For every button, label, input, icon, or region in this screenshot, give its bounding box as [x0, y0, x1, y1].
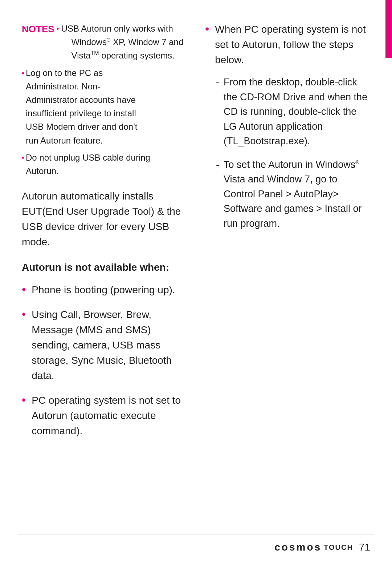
notes-item-3-row: • Do not unplug USB cable during Autorun… — [22, 151, 187, 178]
dash-char-2: - — [216, 157, 219, 231]
right-column: • When PC operating system is not set to… — [205, 22, 370, 524]
dash-item-2-text: To set the Autorun in Windows® Vista and… — [224, 157, 370, 231]
right-bullet-dot-main: • — [205, 23, 209, 35]
sidebar-accent — [385, 0, 392, 58]
right-bullet-list: • When PC operating system is not set to… — [205, 22, 370, 68]
footer: cosmos TOUCH 71 — [274, 541, 370, 553]
list-item-2-text: Using Call, Browser, Brew, Message (MMS … — [32, 307, 187, 383]
notes-item-2-text: Log on to the PC as Administrator. Non- … — [26, 66, 137, 147]
bullet-dot-2: • — [22, 308, 26, 321]
main-content: NOTES • USB Autorun only works with Wind… — [22, 22, 370, 524]
dash-item-1: - From the desktop, double-click the CD-… — [216, 75, 370, 149]
page-container: NOTES • USB Autorun only works with Wind… — [0, 0, 392, 564]
left-column: NOTES • USB Autorun only works with Wind… — [22, 22, 187, 524]
notes-section: NOTES • USB Autorun only works with Wind… — [22, 22, 187, 178]
dash-item-2: - To set the Autorun in Windows® Vista a… — [216, 157, 370, 231]
bullet-dot-3: • — [22, 394, 26, 406]
notes-item-1-main: USB Autorun only works with — [61, 24, 173, 33]
footer-page-number: 71 — [359, 541, 370, 553]
notes-text: NOTES • USB Autorun only works with Wind… — [22, 22, 187, 178]
bullet-list: • Phone is booting (powering up). • Usin… — [22, 282, 187, 439]
list-item: • Phone is booting (powering up). — [22, 282, 187, 298]
list-item-1-text: Phone is booting (powering up). — [32, 282, 175, 298]
bottom-line — [18, 535, 374, 535]
body-text: Autorun automatically installs EUT(End U… — [22, 189, 187, 250]
notes-label: NOTES — [22, 22, 54, 63]
subheading: Autorun is not available when: — [22, 260, 187, 275]
dash-char-1: - — [216, 75, 219, 149]
list-item-3-text: PC operating system is not set to Autoru… — [32, 393, 187, 439]
notes-item-1-continued: Windows® XP, Window 7 and VistaTM operat… — [72, 35, 187, 62]
cosmos-text: cosmos — [274, 541, 322, 553]
notes-item-3-text: Do not unplug USB cable during Autorun. — [26, 151, 150, 178]
notes-first-line: NOTES • USB Autorun only works with Wind… — [22, 22, 187, 63]
right-main-text: When PC operating system is not set to A… — [215, 22, 370, 68]
notes-bullet-3: • — [22, 152, 24, 178]
list-item: • PC operating system is not set to Auto… — [22, 393, 187, 439]
dash-item-1-text: From the desktop, double-click the CD-RO… — [224, 75, 370, 149]
bullet-dot-1: • — [22, 283, 26, 296]
right-list-item-main: • When PC operating system is not set to… — [205, 22, 370, 68]
notes-bullet-1: • — [57, 23, 59, 63]
notes-item-2-row: • Log on to the PC as Administrator. Non… — [22, 66, 187, 147]
footer-brand: cosmos — [274, 541, 322, 553]
list-item: • Using Call, Browser, Brew, Message (MM… — [22, 307, 187, 383]
notes-item-1: USB Autorun only works with Windows® XP,… — [61, 22, 187, 63]
notes-bullet-2: • — [22, 68, 24, 147]
footer-touch-label: TOUCH — [324, 543, 353, 552]
